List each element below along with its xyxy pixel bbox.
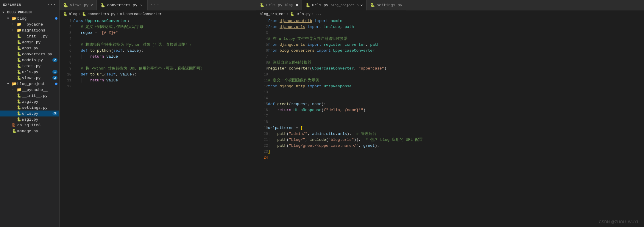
file-tree: ▼ BLOG_PROJECT ▼ 📂 blog › 📁 __pycache__ …: [0, 10, 59, 227]
python-icon: 🐍: [17, 111, 22, 116]
tab-more-button[interactable]: ···: [148, 0, 162, 10]
tab-settings[interactable]: 🐍 settings.py: [367, 0, 406, 10]
code-line: 13: [256, 89, 644, 95]
left-tab-bar: 🐍 views.py 2 🐍 converters.py ✕ ···: [60, 0, 256, 10]
folder-icon: 📁: [17, 28, 22, 33]
sidebar-item-db[interactable]: › 🗄 db.sqlite3: [0, 122, 59, 128]
sidebar-item-migrations[interactable]: › 📁 migrations: [0, 27, 59, 33]
code-line: 8 # 注册自定义路径转换器: [256, 60, 644, 66]
python-icon: 🐍: [17, 93, 22, 98]
code-line: 15 def greet(request, name):: [256, 101, 644, 107]
sidebar-item-init2[interactable]: › 🐍 __init__.py: [0, 93, 59, 99]
folder-icon: 📁: [17, 22, 22, 27]
python-icon: 🐍: [12, 129, 17, 133]
sidebar-item-asgi[interactable]: › 🐍 asgi.py: [0, 99, 59, 105]
code-line: 3 regex = "[A-Z]+": [60, 30, 256, 36]
python-icon: 🐍: [17, 46, 22, 51]
folder-open-icon: 📂: [12, 16, 17, 21]
sidebar-item-wsgi[interactable]: › 🐍 wsgi.py: [0, 116, 59, 122]
tab-converters-close[interactable]: ✕: [139, 2, 144, 8]
python-icon: 🐍: [17, 40, 22, 45]
tab-urls-blog-label: urls.py: [266, 3, 283, 7]
modified-dot: [55, 17, 57, 20]
sidebar-item-models[interactable]: › 🐍 models.py 2: [0, 57, 59, 63]
tab-converters-label: converters.py: [107, 3, 137, 7]
sidebar-item-manage[interactable]: › 🐍 manage.py: [0, 128, 59, 134]
sidebar-item-blog[interactable]: ▼ 📂 blog: [0, 15, 59, 21]
tab-urls-project-label: urls.py: [312, 3, 328, 7]
tab-urls-project-close[interactable]: ✕: [360, 3, 363, 8]
code-line: 12 from django.http import HttpResponse: [256, 83, 644, 89]
code-line: 8: [60, 60, 256, 66]
sidebar-item-urls-blog[interactable]: › 🐍 urls.py 1: [0, 69, 59, 75]
folder-open-icon: 📂: [12, 81, 17, 86]
sidebar-item-converters[interactable]: › 🐍 converters.py: [0, 51, 59, 57]
sidebar-item-pycache2[interactable]: › 📁 __pycache__: [0, 87, 59, 93]
tab-converters[interactable]: 🐍 converters.py ✕: [97, 0, 148, 10]
code-line: 23 ]: [256, 149, 644, 155]
explorer-label: EXPLORER: [3, 3, 21, 7]
tab-urls-project[interactable]: 🐍 urls.py blog_project 5 ✕: [302, 0, 367, 10]
code-line: 17: [256, 113, 644, 119]
python-icon: 🐍: [17, 117, 22, 122]
sidebar-item-pycache1[interactable]: › 📁 __pycache__: [0, 21, 59, 27]
sidebar-item-apps[interactable]: › 🐍 apps.py: [0, 45, 59, 51]
breadcrumb-symbol-icon: ⊕: [120, 12, 122, 16]
code-line: 7: [256, 54, 644, 60]
code-line: 4: [60, 36, 256, 42]
code-line: 2 from django.urls import include, path: [256, 24, 644, 30]
left-code-editor[interactable]: 1 class UppercaseConverter: 2 # 定义正则表达式，…: [60, 18, 256, 227]
folder-icon: 📁: [17, 87, 22, 92]
sidebar-item-blog-project[interactable]: ▼ 📂 blog_project: [0, 81, 59, 87]
sidebar-item-views-blog[interactable]: › 🐍 views.py 2: [0, 75, 59, 81]
sidebar-more-button[interactable]: ···: [47, 2, 56, 7]
code-line: 22 │ path("blog/greet/<uppercase:name>/"…: [256, 143, 644, 149]
code-line: 14: [256, 95, 644, 101]
sidebar-item-settings[interactable]: › 🐍 settings.py: [0, 105, 59, 111]
code-line: 9 register_converter(UppercaseConverter,…: [256, 66, 644, 72]
code-line: 11 # 定义一个视图函数作为示例: [256, 78, 644, 83]
db-icon: 🗄: [12, 123, 17, 127]
tab-urls-blog[interactable]: 🐍 urls.py blog: [256, 0, 302, 10]
right-editor-panel: 🐍 urls.py blog 🐍 urls.py blog_project 5 …: [256, 0, 644, 227]
code-line: 10: [256, 72, 644, 78]
sidebar-item-init1[interactable]: › 🐍 __init__.py: [0, 33, 59, 39]
sidebar-item-urls-project[interactable]: › 🐍 urls.py 5: [0, 111, 59, 116]
tab-views[interactable]: 🐍 views.py 2: [60, 0, 97, 10]
python-file-icon: 🐍: [305, 3, 310, 8]
python-icon: 🐍: [17, 58, 22, 62]
left-editor-panel: 🐍 views.py 2 🐍 converters.py ✕ ··· 🐍 blo…: [60, 0, 256, 227]
python-icon: 🐍: [17, 52, 22, 56]
python-icon: 🐍: [17, 105, 22, 110]
python-icon: 🐍: [17, 34, 22, 39]
code-line: 24: [256, 155, 644, 161]
code-line: 6 from blog.converters import UppercaseC…: [256, 48, 644, 54]
editor-area: 🐍 views.py 2 🐍 converters.py ✕ ··· 🐍 blo…: [60, 0, 644, 227]
right-tab-bar: 🐍 urls.py blog 🐍 urls.py blog_project 5 …: [256, 0, 644, 10]
code-line: 4 # 在 urls.py 文件中导入并注册路径转换器: [256, 36, 644, 42]
unsaved-dot: [296, 4, 298, 6]
python-file-icon: 🐍: [370, 3, 375, 7]
right-breadcrumb: blog_project › 🐍 urls.py › ...: [256, 10, 644, 18]
python-file-icon: 🐍: [63, 3, 68, 8]
code-line: 16 │ return HttpResponse(f"Hello, {name}…: [256, 107, 644, 113]
tab-settings-label: settings.py: [377, 3, 402, 7]
code-line: 9 # 将 Python 对象转换为 URL 使用的字符串（可选，直接返回即可）: [60, 66, 256, 72]
python-icon: 🐍: [17, 70, 22, 74]
python-icon: 🐍: [17, 75, 22, 80]
python-icon: 🐍: [17, 99, 22, 104]
sidebar-item-admin[interactable]: › 🐍 admin.py: [0, 39, 59, 45]
code-line: 1 from django.contrib import admin: [256, 18, 644, 24]
main-area: 🐍 views.py 2 🐍 converters.py ✕ ··· 🐍 blo…: [60, 0, 644, 227]
code-line: 5 # 将路径段字符串转换为 Python 对象（可选，直接返回即可）: [60, 42, 256, 48]
sidebar-header: EXPLORER ···: [0, 0, 59, 10]
sidebar-item-tests[interactable]: › 🐍 tests.py: [0, 63, 59, 69]
sidebar: EXPLORER ··· ▼ BLOG_PROJECT ▼ 📂 blog › 📁…: [0, 0, 60, 227]
modified-dot: [55, 83, 57, 85]
root-project[interactable]: ▼ BLOG_PROJECT: [0, 10, 59, 15]
code-line: 18: [256, 119, 644, 125]
right-code-editor[interactable]: 1 from django.contrib import admin 2 fro…: [256, 18, 644, 227]
code-line: 7 │ return value: [60, 54, 256, 60]
breadcrumb-folder: blog_project: [260, 12, 285, 16]
python-file-icon: 🐍: [260, 3, 264, 7]
